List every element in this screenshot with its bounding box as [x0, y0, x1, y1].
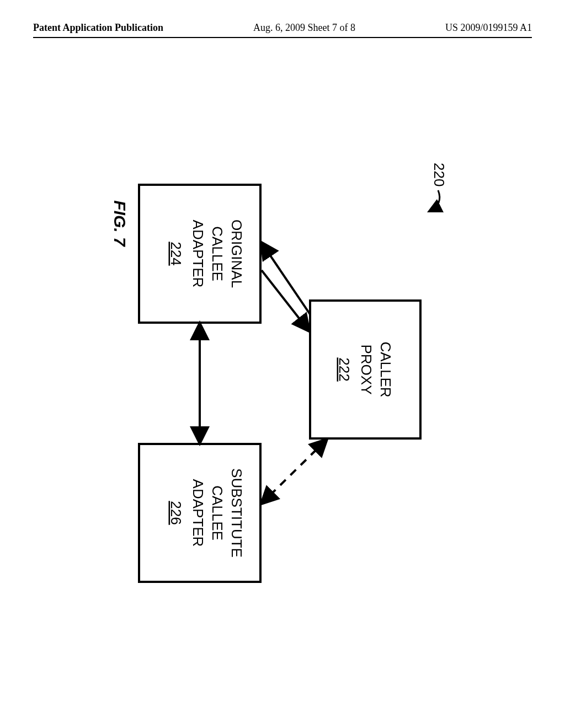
diagram-id-group: 220 [429, 163, 447, 211]
substitute-num: 226 [168, 501, 184, 524]
original-line2: CALLEE [209, 226, 226, 281]
header-left: Patent Application Publication [33, 22, 163, 34]
original-line3: ADAPTER [190, 220, 206, 288]
substitute-line1: SUBSTITUTE [228, 468, 245, 558]
diagram-rotated-container: 220 CALLER PROXY 222 ORIGINAL CALLEE ADA… [106, 146, 459, 620]
page-header: Patent Application Publication Aug. 6, 2… [33, 22, 532, 34]
substitute-callee-box: SUBSTITUTE CALLEE ADAPTER 226 [139, 444, 260, 582]
substitute-line3: ADAPTER [190, 479, 206, 547]
header-right: US 2009/0199159 A1 [445, 22, 532, 34]
substitute-line2: CALLEE [209, 485, 226, 540]
original-line1: ORIGINAL [228, 220, 245, 288]
diagram-id-text: 220 [431, 163, 447, 186]
caller-proxy-line2: PROXY [358, 344, 375, 394]
diagram-svg: 220 CALLER PROXY 222 ORIGINAL CALLEE ADA… [106, 146, 459, 620]
diagram-stage: 220 CALLER PROXY 222 ORIGINAL CALLEE ADA… [33, 72, 532, 695]
caller-proxy-box: CALLER PROXY 222 [310, 301, 420, 438]
arrow-proxy-substitute-dashed [262, 440, 327, 504]
original-num: 224 [168, 242, 184, 265]
diagram-id-hook [429, 190, 440, 211]
header-mid: Aug. 6, 2009 Sheet 7 of 8 [253, 22, 355, 34]
caller-proxy-num: 222 [336, 357, 353, 381]
figure-label: FIG. 7 [111, 200, 129, 247]
original-callee-box: ORIGINAL CALLEE ADAPTER 224 [139, 185, 260, 323]
caller-proxy-line1: CALLER [377, 341, 394, 397]
header-rule [33, 37, 532, 38]
